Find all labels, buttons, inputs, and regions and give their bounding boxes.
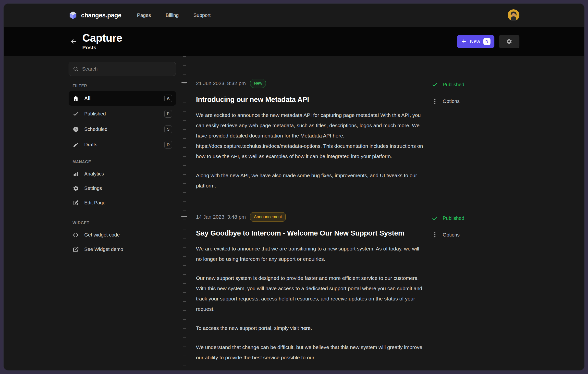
sidebar-item-get-widget-code[interactable]: Get widget code [69, 228, 176, 242]
page-subtitle: Posts [82, 45, 122, 50]
nav-links: Pages Billing Support [137, 12, 210, 18]
brand-name: changes.page [81, 12, 121, 19]
shortcut-badge: P [164, 110, 172, 118]
page-title: Capture [82, 32, 122, 44]
home-icon [73, 95, 79, 101]
post-actions-rail: Published Options [432, 214, 501, 238]
sidebar-item-published[interactable]: Published P [69, 107, 176, 121]
sidebar-item-label: Drafts [84, 142, 159, 148]
sidebar-item-analytics[interactable]: Analytics [69, 167, 176, 181]
check-icon [432, 215, 438, 221]
shortcut-badge: A [164, 95, 172, 102]
posts-timeline-ruler [183, 56, 186, 371]
status-label: Published [443, 215, 464, 221]
post-item: 14 Jan 2023, 3:48 pm Announcement Say Go… [196, 212, 426, 363]
post-options-button[interactable]: Options [432, 98, 501, 105]
check-icon [432, 82, 438, 88]
app-window: changes.page Pages Billing Support [3, 3, 585, 371]
sidebar-item-label: Published [84, 111, 159, 117]
status-label: Published [443, 82, 464, 87]
post-title: Introducing our new Metadata API [196, 96, 426, 104]
sidebar-item-label: Settings [84, 186, 172, 191]
back-button[interactable] [69, 37, 78, 46]
nav-link-billing[interactable]: Billing [166, 12, 179, 18]
gear-icon [506, 38, 512, 45]
options-label: Options [443, 99, 460, 104]
post-item: 21 Jun 2023, 8:32 pm New Introducing our… [196, 78, 426, 191]
nav-link-support[interactable]: Support [193, 12, 210, 18]
page-settings-button[interactable] [499, 35, 519, 48]
check-icon [73, 111, 79, 117]
analytics-icon [73, 171, 79, 177]
link-paragraph-prefix: To access the new support portal, simply… [196, 325, 300, 331]
user-avatar[interactable] [508, 9, 519, 21]
post-paragraph: To access the new support portal, simply… [196, 323, 426, 333]
post-badge: Announcement [250, 212, 285, 222]
post-paragraph: Our new support system is designed to pr… [196, 273, 426, 314]
new-button-label: New [470, 38, 480, 44]
search-icon [73, 66, 79, 72]
filter-section-label: FILTER [69, 84, 176, 88]
post-date: 21 Jun 2023, 8:32 pm [196, 80, 246, 86]
sidebar-item-label: Analytics [84, 171, 172, 177]
shortcut-badge-n: N [483, 38, 490, 45]
support-portal-link[interactable]: here [300, 325, 311, 331]
plus-icon [461, 38, 467, 44]
post-badge: New [250, 79, 266, 88]
sidebar-item-label: Edit Page [84, 200, 172, 206]
post-status: Published [432, 214, 501, 222]
sidebar-item-settings[interactable]: Settings [69, 182, 176, 195]
options-label: Options [443, 232, 460, 238]
manage-section-label: MANAGE [69, 160, 176, 164]
post-paragraph: We are excited to announce that we are t… [196, 244, 426, 264]
top-nav: changes.page Pages Billing Support [4, 4, 584, 27]
gear-icon [73, 185, 79, 191]
arrow-left-icon [70, 38, 77, 45]
post-paragraph: We understand that change can be difficu… [196, 342, 426, 363]
sidebar-item-label: See Widget demo [84, 247, 172, 252]
sidebar-item-see-widget-demo[interactable]: See Widget demo [69, 243, 176, 256]
timeline-marker [181, 82, 187, 83]
clock-icon [73, 126, 79, 132]
nav-link-pages[interactable]: Pages [137, 12, 151, 18]
post-paragraph: Along with the new API, we have also mad… [196, 170, 426, 191]
post-options-button[interactable]: Options [432, 231, 501, 238]
cube-logo-icon [69, 11, 77, 20]
pencil-icon [73, 142, 79, 148]
dots-vertical-icon [432, 98, 438, 104]
sidebar-item-edit-page[interactable]: Edit Page [69, 196, 176, 210]
post-date: 14 Jan 2023, 3:48 pm [196, 214, 246, 220]
sidebar-item-label: Scheduled [84, 126, 159, 132]
sidebar-item-label: All [84, 96, 159, 101]
external-link-icon [73, 246, 79, 252]
sidebar-item-scheduled[interactable]: Scheduled S [69, 122, 176, 137]
sidebar-item-all[interactable]: All A [69, 91, 176, 106]
sidebar-item-label: Get widget code [84, 232, 172, 238]
post-title: Say Goodbye to Intercom - Welcome Our Ne… [196, 229, 426, 237]
search-input[interactable] [69, 62, 176, 76]
timeline-marker [181, 216, 187, 217]
brand-logo[interactable]: changes.page [69, 11, 121, 20]
link-paragraph-suffix: . [311, 325, 312, 331]
post-paragraph: We are excited to announce the new metad… [196, 110, 426, 162]
dots-vertical-icon [432, 232, 438, 238]
edit-page-icon [73, 200, 79, 206]
post-status: Published [432, 81, 501, 88]
widget-section-label: WIDGET [69, 221, 176, 225]
sidebar-item-drafts[interactable]: Drafts D [69, 137, 176, 152]
post-actions-rail: Published Options [432, 81, 501, 105]
code-icon [73, 232, 79, 238]
shortcut-badge: D [164, 141, 172, 149]
posts-list: 21 Jun 2023, 8:32 pm New Introducing our… [196, 78, 426, 363]
sidebar: FILTER All A [69, 62, 176, 256]
shortcut-badge: S [164, 125, 172, 133]
new-post-button[interactable]: New N [457, 35, 494, 48]
page-header: Capture Posts New N [4, 27, 584, 56]
